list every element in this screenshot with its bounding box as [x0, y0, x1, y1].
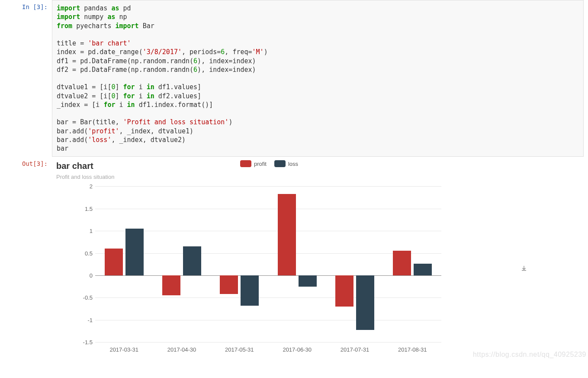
code-input-area[interactable]: import pandas as pd import numpy as np f… [52, 0, 584, 157]
x-tick-label: 2017-05-31 [225, 346, 254, 353]
bar-profit[interactable] [105, 249, 123, 275]
x-tick-label: 2017-04-30 [167, 346, 196, 353]
legend-swatch-profit [240, 160, 251, 167]
y-tick-label: -0.5 [78, 294, 93, 301]
chart-output: bar chart profit loss Profit and loss si… [52, 157, 588, 359]
x-tick-label: 2017-07-31 [341, 346, 370, 353]
chart-area: -1.5-1-0.500.511.522017-03-312017-04-302… [56, 186, 450, 359]
bar-profit[interactable] [278, 194, 296, 275]
output-prompt: Out[3]: [0, 157, 52, 167]
y-tick-label: 1 [78, 228, 93, 234]
chart-title: bar chart [56, 161, 584, 171]
legend-label-loss: loss [288, 161, 298, 167]
bar-loss[interactable] [356, 275, 374, 330]
bar-loss[interactable] [125, 229, 144, 275]
output-cell: Out[3]: bar chart profit loss Profit and… [0, 157, 588, 359]
x-tick-label: 2017-08-31 [398, 346, 427, 353]
plot-area [95, 186, 441, 342]
legend-label-profit: profit [254, 161, 267, 167]
legend-item-loss[interactable]: loss [274, 160, 298, 167]
bar-loss[interactable] [299, 275, 317, 287]
y-tick-label: 2 [78, 183, 93, 190]
legend-item-profit[interactable]: profit [240, 160, 267, 167]
code-block[interactable]: import pandas as pd import numpy as np f… [57, 4, 579, 153]
input-cell: In [3]: import pandas as pd import numpy… [0, 0, 588, 157]
input-prompt: In [3]: [0, 0, 52, 10]
bar-profit[interactable] [335, 275, 353, 307]
y-tick-label: 0.5 [78, 250, 93, 256]
watermark-text: https://blog.csdn.net/qq_40925239 [473, 351, 586, 359]
y-tick-label: -1 [78, 317, 93, 323]
download-icon[interactable] [521, 265, 527, 274]
chart-subtitle: Profit and loss situation [56, 174, 584, 180]
y-tick-label: -1.5 [78, 339, 93, 346]
x-tick-label: 2017-06-30 [283, 346, 312, 353]
chart-legend: profit loss [240, 160, 298, 167]
bar-profit[interactable] [162, 275, 180, 295]
x-tick-label: 2017-03-31 [109, 346, 138, 353]
legend-swatch-loss [274, 160, 286, 167]
y-tick-label: 1.5 [78, 205, 93, 212]
y-tick-label: 0 [78, 272, 93, 278]
bar-loss[interactable] [183, 246, 201, 275]
bar-profit[interactable] [220, 275, 238, 294]
bar-profit[interactable] [393, 251, 411, 275]
bar-loss[interactable] [241, 275, 259, 306]
bar-loss[interactable] [414, 264, 432, 275]
